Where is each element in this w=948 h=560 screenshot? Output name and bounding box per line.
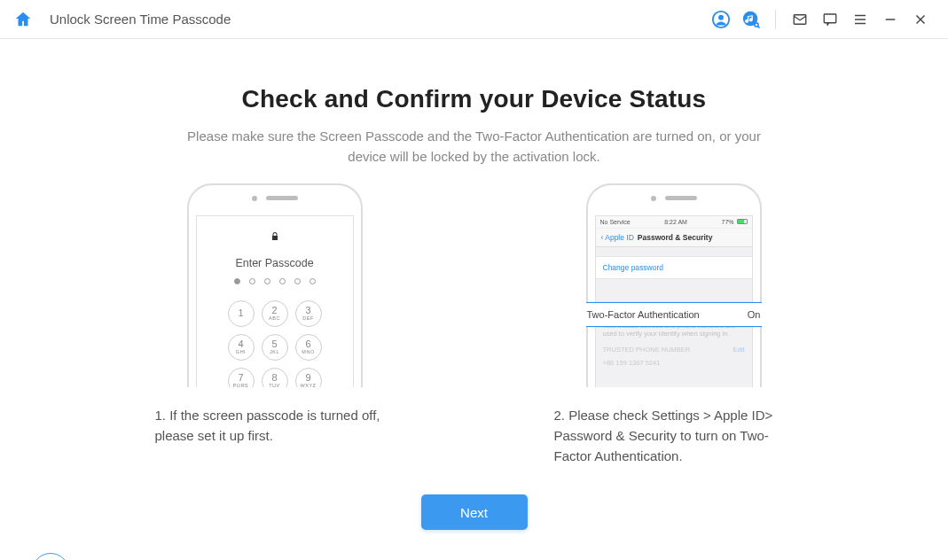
two-factor-highlight: Two-Factor Authentication On	[586, 302, 762, 327]
status-battery-pct: 77%	[721, 219, 733, 225]
phone-passcode-illustration: Enter Passcode 1 2ABC 3DEF 4GHI 5JKL 6MN…	[187, 183, 363, 387]
home-icon[interactable]	[12, 9, 34, 30]
mail-icon[interactable]	[790, 10, 810, 29]
enter-passcode-label: Enter Passcode	[197, 257, 353, 269]
lock-icon	[197, 230, 353, 245]
status-time: 8:22 AM	[664, 219, 687, 225]
battery-icon	[737, 219, 748, 224]
svg-point-1	[718, 14, 724, 19]
nav-back: ‹ Apple ID	[601, 233, 634, 242]
status-carrier: No Service	[600, 219, 631, 225]
svg-line-4	[758, 26, 760, 27]
header-bar: Unlock Screen Time Passcode	[0, 0, 948, 39]
change-password-row: Change password	[596, 256, 752, 279]
feedback-icon[interactable]	[820, 10, 840, 29]
main-heading: Check and Confirm your Device Status	[0, 85, 948, 113]
caption-passcode: 1. If the screen passcode is turned off,…	[155, 405, 395, 447]
nav-title: Password & Security	[638, 233, 713, 242]
two-factor-state: On	[748, 309, 761, 320]
svg-point-3	[755, 22, 758, 26]
menu-icon[interactable]	[850, 10, 870, 29]
main-content: Check and Confirm your Device Status Ple…	[0, 85, 948, 560]
account-icon[interactable]	[711, 10, 731, 29]
trusted-edit: Edit	[733, 346, 745, 354]
page-title: Unlock Screen Time Passcode	[50, 12, 231, 27]
main-subheading: Please make sure the Screen Passcode and…	[173, 126, 776, 167]
next-button[interactable]: Next	[421, 494, 528, 530]
two-factor-label: Two-Factor Authentication	[587, 309, 700, 320]
trusted-number: +86 159 1367 5241	[603, 359, 661, 367]
passcode-dots	[197, 278, 353, 284]
back-button[interactable]	[32, 553, 69, 560]
svg-rect-6	[824, 14, 836, 23]
music-search-icon[interactable]	[741, 10, 761, 29]
column-passcode: Enter Passcode 1 2ABC 3DEF 4GHI 5JKL 6MN…	[155, 183, 395, 467]
trusted-header: TRUSTED PHONE NUMBER	[603, 346, 691, 354]
column-twofactor: No Service 8:22 AM 77% ‹ Apple ID Passwo…	[554, 183, 794, 467]
phone-twofactor-illustration: No Service 8:22 AM 77% ‹ Apple ID Passwo…	[586, 183, 762, 387]
minimize-icon[interactable]	[881, 10, 900, 29]
keypad: 1 2ABC 3DEF 4GHI 5JKL 6MNO 7PQRS 8TUV 9W…	[197, 300, 353, 387]
caption-twofactor: 2. Please check Settings > Apple ID> Pas…	[554, 405, 794, 467]
close-icon[interactable]	[911, 10, 930, 29]
header-divider	[775, 10, 776, 29]
